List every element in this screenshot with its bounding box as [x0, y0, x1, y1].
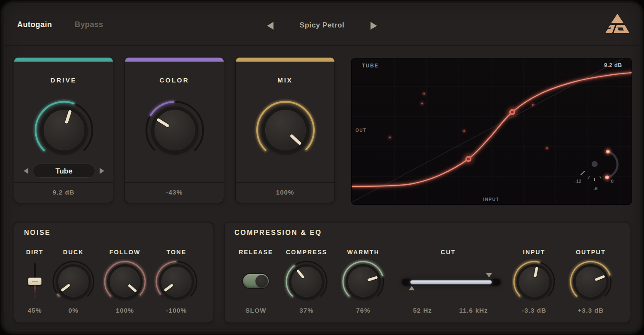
follow-knob[interactable] [103, 259, 147, 304]
mix-value[interactable]: 100% [236, 183, 334, 202]
transfer-curve-display: TUBE 9.2 dB OUT INPUT -12 -6 0 [351, 58, 632, 205]
meter-tick-zero: 0 [603, 179, 622, 184]
preset-name[interactable]: Spicy Petrol [283, 21, 361, 30]
color-title: COLOR [125, 76, 224, 84]
drive-title: DRIVE [14, 76, 113, 84]
drive-type-value[interactable]: Tube [33, 164, 95, 178]
color-panel: COLOR -43% [125, 57, 224, 203]
noise-panel: NOISE DIRT 45% DUCK 0% FOLLOW 100% TONE … [14, 222, 213, 323]
drive-panel: DRIVE Tube 9.2 dB [14, 57, 113, 203]
preset-prev-icon[interactable] [267, 22, 273, 30]
follow-control: FOLLOW 100% [95, 246, 155, 319]
tone-label: TONE [146, 249, 207, 256]
topbar-divider [4, 45, 640, 46]
autogain-button[interactable]: Autogain [17, 20, 52, 29]
graph-mode-label: TUBE [362, 63, 379, 69]
color-value[interactable]: -43% [125, 183, 224, 202]
meter-tick-minus12: -12 [568, 179, 587, 184]
tone-value[interactable]: -100% [146, 307, 207, 314]
drive-accent-strip [14, 58, 113, 62]
cut-low-handle-icon[interactable] [409, 286, 415, 290]
follow-value[interactable]: 100% [95, 307, 155, 314]
mix-panel: MIX 100% [235, 57, 335, 203]
input-control: INPUT -3.3 dB [504, 246, 564, 319]
duck-label: DUCK [43, 249, 103, 256]
mix-knob[interactable] [253, 98, 318, 162]
output-knob[interactable] [568, 259, 613, 304]
duck-value[interactable]: 0% [43, 307, 103, 314]
drive-knob[interactable] [32, 98, 96, 162]
graph-drive-readout: 9.2 dB [604, 62, 622, 68]
output-control: OUTPUT +3.3 dB [561, 246, 621, 319]
graph-out-axis-label: OUT [355, 128, 367, 133]
tone-knob[interactable] [154, 259, 199, 304]
tone-control: TONE -100% [146, 246, 207, 319]
release-toggle[interactable] [243, 274, 269, 288]
compress-knob[interactable] [284, 259, 329, 304]
graph-input-axis-label: INPUT [461, 197, 521, 202]
color-value-footer: -43% [125, 182, 224, 203]
input-value[interactable]: -3.3 dB [504, 307, 564, 314]
drive-value[interactable]: 9.2 dB [14, 183, 113, 202]
drive-type-prev-icon[interactable] [24, 168, 28, 174]
release-toggle-knob[interactable] [255, 275, 268, 287]
output-value[interactable]: +3.3 dB [561, 307, 621, 314]
cut-slider-range-bar [410, 280, 492, 284]
drive-value-footer: 9.2 dB [14, 182, 113, 203]
cut-label: CUT [392, 249, 504, 256]
duck-knob[interactable] [51, 259, 96, 304]
warmth-control: WARMTH 76% [333, 246, 393, 319]
compress-value[interactable]: 37% [276, 307, 337, 314]
cut-control: CUT 52 Hz 11.6 kHz [392, 246, 504, 319]
noise-panel-title: NOISE [24, 229, 51, 237]
input-label: INPUT [504, 249, 564, 256]
input-knob[interactable] [512, 259, 556, 304]
cut-high-handle-icon[interactable] [486, 273, 492, 277]
preset-next-icon[interactable] [371, 22, 377, 30]
brand-logo-icon [602, 12, 631, 35]
compression-eq-panel: COMPRESSION & EQ RELEASE SLOW COMPRESS 3… [224, 222, 630, 323]
compress-control: COMPRESS 37% [276, 246, 337, 319]
mix-value-footer: 100% [236, 182, 334, 203]
cut-high-value[interactable]: 11.6 kHz [444, 307, 504, 314]
compress-label: COMPRESS [276, 249, 337, 256]
color-accent-strip [125, 58, 224, 62]
compression-eq-title: COMPRESSION & EQ [234, 229, 322, 237]
follow-label: FOLLOW [95, 249, 155, 256]
color-knob[interactable] [143, 98, 207, 162]
warmth-value[interactable]: 76% [333, 307, 393, 314]
mix-title: MIX [236, 76, 334, 84]
warmth-label: WARMTH [333, 249, 393, 256]
meter-tick-minus6: -6 [586, 186, 605, 191]
dirt-slider-handle[interactable] [28, 277, 42, 285]
drive-type-next-icon[interactable] [100, 168, 104, 174]
mix-accent-strip [236, 58, 334, 62]
duck-control: DUCK 0% [43, 246, 103, 319]
bypass-button[interactable]: Bypass [75, 20, 103, 29]
output-label: OUTPUT [561, 249, 621, 256]
cut-slider-track[interactable] [402, 279, 501, 286]
drive-type-selector: Tube [14, 164, 113, 178]
warmth-knob[interactable] [341, 259, 386, 304]
transfer-curve-plot [352, 58, 632, 205]
